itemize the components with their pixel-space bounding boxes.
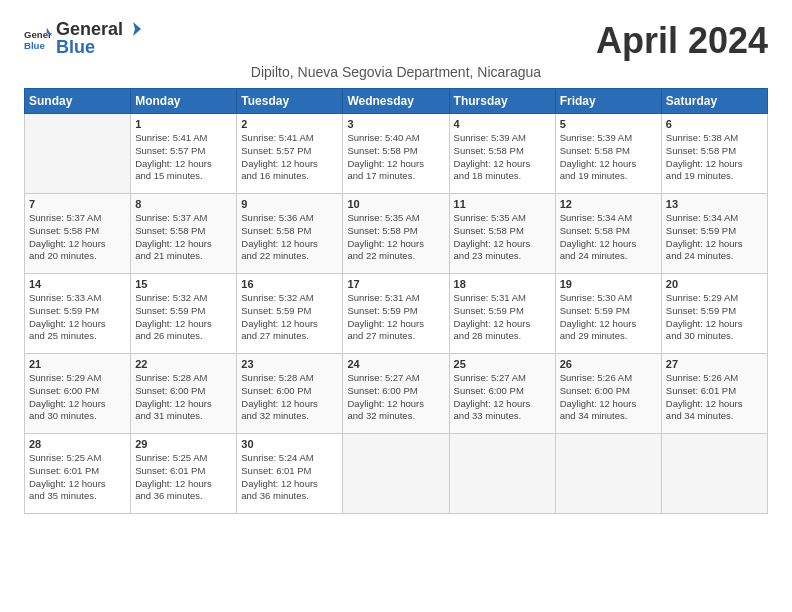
day-info: Sunrise: 5:36 AM Sunset: 5:58 PM Dayligh… [241, 212, 338, 263]
calendar-week-row: 21Sunrise: 5:29 AM Sunset: 6:00 PM Dayli… [25, 354, 768, 434]
calendar-cell: 2Sunrise: 5:41 AM Sunset: 5:57 PM Daylig… [237, 114, 343, 194]
calendar-cell: 3Sunrise: 5:40 AM Sunset: 5:58 PM Daylig… [343, 114, 449, 194]
day-number: 2 [241, 118, 338, 130]
calendar-header: SundayMondayTuesdayWednesdayThursdayFrid… [25, 89, 768, 114]
day-number: 21 [29, 358, 126, 370]
day-number: 23 [241, 358, 338, 370]
day-number: 3 [347, 118, 444, 130]
day-info: Sunrise: 5:28 AM Sunset: 6:00 PM Dayligh… [241, 372, 338, 423]
calendar-cell: 14Sunrise: 5:33 AM Sunset: 5:59 PM Dayli… [25, 274, 131, 354]
month-title: April 2024 [596, 20, 768, 62]
day-info: Sunrise: 5:39 AM Sunset: 5:58 PM Dayligh… [454, 132, 551, 183]
day-number: 22 [135, 358, 232, 370]
day-number: 24 [347, 358, 444, 370]
day-info: Sunrise: 5:33 AM Sunset: 5:59 PM Dayligh… [29, 292, 126, 343]
day-info: Sunrise: 5:27 AM Sunset: 6:00 PM Dayligh… [347, 372, 444, 423]
day-number: 11 [454, 198, 551, 210]
calendar-cell: 4Sunrise: 5:39 AM Sunset: 5:58 PM Daylig… [449, 114, 555, 194]
calendar-cell: 13Sunrise: 5:34 AM Sunset: 5:59 PM Dayli… [661, 194, 767, 274]
calendar-cell: 11Sunrise: 5:35 AM Sunset: 5:58 PM Dayli… [449, 194, 555, 274]
day-info: Sunrise: 5:29 AM Sunset: 5:59 PM Dayligh… [666, 292, 763, 343]
calendar-week-row: 28Sunrise: 5:25 AM Sunset: 6:01 PM Dayli… [25, 434, 768, 514]
calendar-cell: 9Sunrise: 5:36 AM Sunset: 5:58 PM Daylig… [237, 194, 343, 274]
calendar-week-row: 7Sunrise: 5:37 AM Sunset: 5:58 PM Daylig… [25, 194, 768, 274]
day-of-week-header: Friday [555, 89, 661, 114]
day-of-week-header: Monday [131, 89, 237, 114]
day-of-week-header: Sunday [25, 89, 131, 114]
day-number: 15 [135, 278, 232, 290]
logo-blue-text: Blue [56, 38, 143, 56]
day-number: 14 [29, 278, 126, 290]
calendar-cell: 21Sunrise: 5:29 AM Sunset: 6:00 PM Dayli… [25, 354, 131, 434]
day-info: Sunrise: 5:28 AM Sunset: 6:00 PM Dayligh… [135, 372, 232, 423]
calendar-cell: 5Sunrise: 5:39 AM Sunset: 5:58 PM Daylig… [555, 114, 661, 194]
day-info: Sunrise: 5:37 AM Sunset: 5:58 PM Dayligh… [29, 212, 126, 263]
day-number: 7 [29, 198, 126, 210]
day-number: 18 [454, 278, 551, 290]
calendar-cell [25, 114, 131, 194]
calendar-cell: 23Sunrise: 5:28 AM Sunset: 6:00 PM Dayli… [237, 354, 343, 434]
day-number: 1 [135, 118, 232, 130]
day-number: 10 [347, 198, 444, 210]
day-info: Sunrise: 5:41 AM Sunset: 5:57 PM Dayligh… [135, 132, 232, 183]
day-info: Sunrise: 5:31 AM Sunset: 5:59 PM Dayligh… [347, 292, 444, 343]
calendar-cell [555, 434, 661, 514]
day-number: 20 [666, 278, 763, 290]
logo-arrow-icon [125, 20, 143, 38]
day-of-week-header: Wednesday [343, 89, 449, 114]
day-number: 26 [560, 358, 657, 370]
calendar-cell [449, 434, 555, 514]
calendar-cell: 1Sunrise: 5:41 AM Sunset: 5:57 PM Daylig… [131, 114, 237, 194]
day-info: Sunrise: 5:34 AM Sunset: 5:58 PM Dayligh… [560, 212, 657, 263]
day-of-week-header: Tuesday [237, 89, 343, 114]
calendar-cell: 18Sunrise: 5:31 AM Sunset: 5:59 PM Dayli… [449, 274, 555, 354]
calendar-cell: 28Sunrise: 5:25 AM Sunset: 6:01 PM Dayli… [25, 434, 131, 514]
day-number: 4 [454, 118, 551, 130]
day-info: Sunrise: 5:27 AM Sunset: 6:00 PM Dayligh… [454, 372, 551, 423]
calendar-cell: 12Sunrise: 5:34 AM Sunset: 5:58 PM Dayli… [555, 194, 661, 274]
calendar-cell [661, 434, 767, 514]
calendar-cell: 8Sunrise: 5:37 AM Sunset: 5:58 PM Daylig… [131, 194, 237, 274]
day-number: 9 [241, 198, 338, 210]
day-info: Sunrise: 5:26 AM Sunset: 6:00 PM Dayligh… [560, 372, 657, 423]
day-info: Sunrise: 5:38 AM Sunset: 5:58 PM Dayligh… [666, 132, 763, 183]
day-number: 29 [135, 438, 232, 450]
calendar-cell: 20Sunrise: 5:29 AM Sunset: 5:59 PM Dayli… [661, 274, 767, 354]
calendar-cell: 29Sunrise: 5:25 AM Sunset: 6:01 PM Dayli… [131, 434, 237, 514]
day-info: Sunrise: 5:30 AM Sunset: 5:59 PM Dayligh… [560, 292, 657, 343]
day-of-week-header: Saturday [661, 89, 767, 114]
day-info: Sunrise: 5:40 AM Sunset: 5:58 PM Dayligh… [347, 132, 444, 183]
day-info: Sunrise: 5:35 AM Sunset: 5:58 PM Dayligh… [454, 212, 551, 263]
day-info: Sunrise: 5:34 AM Sunset: 5:59 PM Dayligh… [666, 212, 763, 263]
day-info: Sunrise: 5:37 AM Sunset: 5:58 PM Dayligh… [135, 212, 232, 263]
day-number: 27 [666, 358, 763, 370]
calendar-cell [343, 434, 449, 514]
day-info: Sunrise: 5:25 AM Sunset: 6:01 PM Dayligh… [135, 452, 232, 503]
day-info: Sunrise: 5:32 AM Sunset: 5:59 PM Dayligh… [135, 292, 232, 343]
calendar-cell: 10Sunrise: 5:35 AM Sunset: 5:58 PM Dayli… [343, 194, 449, 274]
calendar-cell: 7Sunrise: 5:37 AM Sunset: 5:58 PM Daylig… [25, 194, 131, 274]
logo-icon: General Blue [24, 24, 52, 52]
day-number: 6 [666, 118, 763, 130]
calendar-cell: 19Sunrise: 5:30 AM Sunset: 5:59 PM Dayli… [555, 274, 661, 354]
logo-general-text: General [56, 20, 123, 38]
logo: General Blue General Blue [24, 20, 143, 56]
day-info: Sunrise: 5:41 AM Sunset: 5:57 PM Dayligh… [241, 132, 338, 183]
calendar-body: 1Sunrise: 5:41 AM Sunset: 5:57 PM Daylig… [25, 114, 768, 514]
page-header: General Blue General Blue April 2024 [24, 20, 768, 62]
calendar-cell: 16Sunrise: 5:32 AM Sunset: 5:59 PM Dayli… [237, 274, 343, 354]
calendar-cell: 24Sunrise: 5:27 AM Sunset: 6:00 PM Dayli… [343, 354, 449, 434]
day-info: Sunrise: 5:31 AM Sunset: 5:59 PM Dayligh… [454, 292, 551, 343]
calendar-week-row: 1Sunrise: 5:41 AM Sunset: 5:57 PM Daylig… [25, 114, 768, 194]
day-number: 13 [666, 198, 763, 210]
calendar-week-row: 14Sunrise: 5:33 AM Sunset: 5:59 PM Dayli… [25, 274, 768, 354]
calendar-table: SundayMondayTuesdayWednesdayThursdayFrid… [24, 88, 768, 514]
calendar-cell: 27Sunrise: 5:26 AM Sunset: 6:01 PM Dayli… [661, 354, 767, 434]
calendar-cell: 22Sunrise: 5:28 AM Sunset: 6:00 PM Dayli… [131, 354, 237, 434]
day-number: 25 [454, 358, 551, 370]
day-info: Sunrise: 5:32 AM Sunset: 5:59 PM Dayligh… [241, 292, 338, 343]
calendar-cell: 15Sunrise: 5:32 AM Sunset: 5:59 PM Dayli… [131, 274, 237, 354]
day-info: Sunrise: 5:39 AM Sunset: 5:58 PM Dayligh… [560, 132, 657, 183]
day-number: 12 [560, 198, 657, 210]
location-subtitle: Dipilto, Nueva Segovia Department, Nicar… [24, 64, 768, 80]
